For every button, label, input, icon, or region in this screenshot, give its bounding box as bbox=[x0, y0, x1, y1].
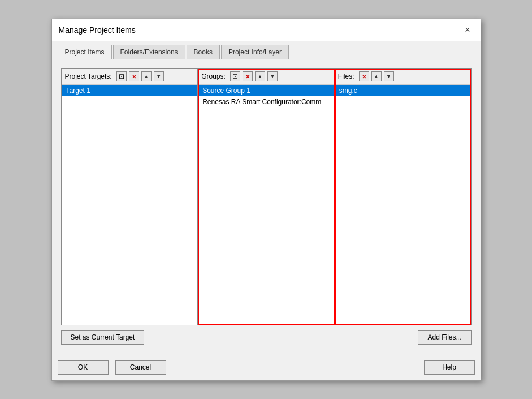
groups-down-button[interactable] bbox=[267, 71, 278, 81]
close-button[interactable]: × bbox=[461, 24, 473, 36]
project-targets-panel: Project Targets: Target 1 bbox=[62, 69, 198, 325]
targets-down-button[interactable] bbox=[154, 71, 164, 81]
tab-folders-extensions[interactable]: Folders/Extensions bbox=[113, 45, 185, 59]
tab-project-items[interactable]: Project Items bbox=[58, 45, 112, 59]
groups-list[interactable]: Source Group 1 Renesas RA Smart Configur… bbox=[198, 85, 334, 325]
files-down-button[interactable] bbox=[384, 71, 394, 81]
targets-delete-button[interactable] bbox=[129, 71, 139, 81]
targets-up-button[interactable] bbox=[141, 71, 152, 81]
groups-up-button[interactable] bbox=[255, 71, 265, 81]
list-item[interactable]: Target 1 bbox=[62, 85, 198, 96]
panels-wrapper: Project Targets: Target 1 bbox=[61, 68, 472, 345]
bottom-bar-left: Set as Current Target bbox=[61, 330, 266, 345]
dialog-title: Manage Project Items bbox=[59, 25, 136, 35]
set-current-target-button[interactable]: Set as Current Target bbox=[61, 330, 145, 345]
groups-new-button[interactable] bbox=[230, 71, 240, 81]
add-files-button[interactable]: Add Files... bbox=[418, 330, 471, 345]
bottom-action-bar: Set as Current Target Add Files... bbox=[61, 325, 472, 345]
ok-button[interactable]: OK bbox=[58, 360, 109, 375]
list-item[interactable]: smg.c bbox=[335, 85, 471, 96]
groups-delete-button[interactable] bbox=[243, 71, 253, 81]
list-item[interactable]: Source Group 1 bbox=[198, 85, 334, 96]
list-item[interactable]: Renesas RA Smart Configurator:Comm bbox=[198, 96, 334, 108]
tab-project-info-layer[interactable]: Project Info/Layer bbox=[221, 45, 289, 59]
help-button[interactable]: Help bbox=[424, 360, 475, 375]
dialog-content: Project Targets: Target 1 bbox=[52, 59, 481, 354]
files-delete-button[interactable] bbox=[359, 71, 369, 81]
targets-header: Project Targets: bbox=[62, 69, 198, 85]
footer: OK Cancel Help bbox=[52, 354, 481, 380]
targets-list[interactable]: Target 1 bbox=[62, 85, 198, 325]
groups-header: Groups: bbox=[198, 69, 334, 85]
panels-row: Project Targets: Target 1 bbox=[61, 68, 472, 325]
manage-project-items-dialog: Manage Project Items × Project Items Fol… bbox=[51, 19, 481, 381]
groups-title: Groups: bbox=[201, 72, 226, 80]
cancel-button[interactable]: Cancel bbox=[115, 360, 166, 375]
tab-bar: Project Items Folders/Extensions Books P… bbox=[52, 41, 481, 59]
groups-panel: Groups: Source Group 1 Renesas RA Smart … bbox=[198, 69, 335, 325]
targets-title: Project Targets: bbox=[65, 72, 112, 80]
files-panel: Files: smg.c bbox=[335, 69, 471, 325]
files-list[interactable]: smg.c bbox=[335, 85, 471, 325]
tab-books[interactable]: Books bbox=[187, 45, 220, 59]
bottom-bar-right: Add Files... bbox=[266, 330, 472, 345]
files-title: Files: bbox=[338, 72, 354, 80]
files-header: Files: bbox=[335, 69, 471, 85]
title-bar: Manage Project Items × bbox=[52, 19, 481, 41]
files-up-button[interactable] bbox=[371, 71, 382, 81]
targets-new-button[interactable] bbox=[116, 71, 127, 81]
